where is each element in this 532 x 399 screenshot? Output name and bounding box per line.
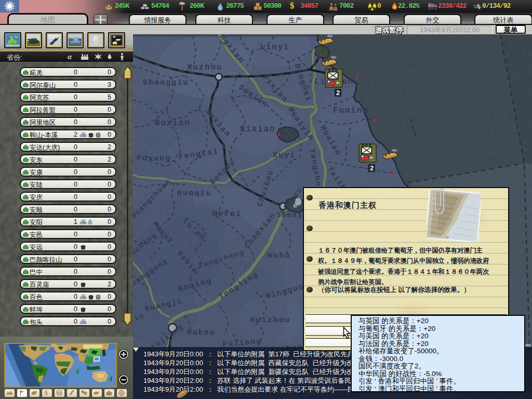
svg-text:α: α: [68, 52, 72, 61]
svg-text:$: $: [45, 389, 48, 396]
